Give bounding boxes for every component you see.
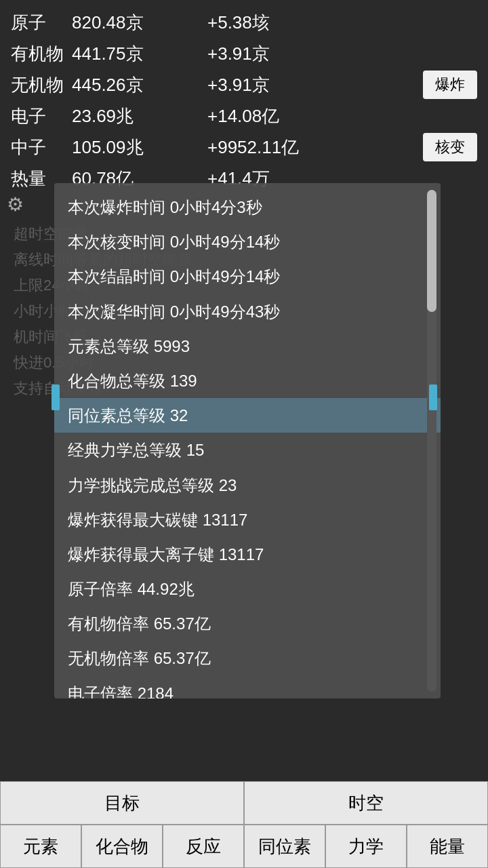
overlay-item-0: 本次爆炸时间 0小时4分3秒 xyxy=(54,190,441,224)
nav-row-1: 目标 时空 xyxy=(0,781,488,825)
gear-area: ⚙ xyxy=(7,193,24,216)
stats-overlay[interactable]: 本次爆炸时间 0小时4分3秒本次核变时间 0小时49分14秒本次结晶时间 0小时… xyxy=(54,183,441,698)
resource-row-organic: 有机物 441.75京 +3.91京 xyxy=(11,38,477,69)
resource-value-neutron: 105.09兆 xyxy=(72,136,207,159)
overlay-item-2: 本次结晶时间 0小时49分14秒 xyxy=(54,259,441,294)
resource-delta-inorganic: +3.91京 xyxy=(207,73,423,97)
overlay-item-11: 原子倍率 44.92兆 xyxy=(54,572,441,606)
resource-delta-organic: +3.91京 xyxy=(207,42,477,66)
resource-delta-electron: +14.08亿 xyxy=(207,104,477,128)
resource-name-organic: 有机物 xyxy=(11,42,72,66)
overlay-item-12: 有机物倍率 65.37亿 xyxy=(54,606,441,641)
resource-value-inorganic: 445.26京 xyxy=(72,73,207,97)
nav-btn-mechanics[interactable]: 力学 xyxy=(325,825,407,868)
overlay-item-3: 本次凝华时间 0小时49分43秒 xyxy=(54,294,441,329)
nav-btn-energy[interactable]: 能量 xyxy=(407,825,488,868)
selection-handle-right xyxy=(429,384,437,410)
resource-value-electron: 23.69兆 xyxy=(72,104,207,128)
scrollbar[interactable] xyxy=(427,190,436,692)
resource-row-neutron: 中子 105.09兆 +9952.11亿 核变 xyxy=(11,132,477,163)
selection-handle-left xyxy=(52,384,60,410)
overlay-item-7: 经典力学总等级 15 xyxy=(54,433,441,467)
resource-value-atom: 820.48京 xyxy=(72,11,207,35)
overlay-item-9: 爆炸获得最大碳键 13117 xyxy=(54,502,441,537)
overlay-item-8: 力学挑战完成总等级 23 xyxy=(54,468,441,502)
nav-btn-element[interactable]: 元素 xyxy=(0,825,81,868)
resource-name-electron: 电子 xyxy=(11,104,72,128)
explode-button[interactable]: 爆炸 xyxy=(423,71,477,99)
nuclear-button[interactable]: 核变 xyxy=(423,133,477,161)
overlay-item-14: 电子倍率 2184 xyxy=(54,676,441,698)
resource-row-electron: 电子 23.69兆 +14.08亿 xyxy=(11,100,477,132)
resource-name-inorganic: 无机物 xyxy=(11,73,72,97)
overlay-item-5: 化合物总等级 139 xyxy=(54,363,441,398)
resource-delta-atom: +5.38垓 xyxy=(207,11,477,35)
nav-btn-spacetime[interactable]: 时空 xyxy=(244,781,488,825)
resource-delta-neutron: +9952.11亿 xyxy=(207,136,423,159)
resource-value-organic: 441.75京 xyxy=(72,42,207,66)
overlay-item-4: 元素总等级 5993 xyxy=(54,329,441,363)
overlay-item-1: 本次核变时间 0小时49分14秒 xyxy=(54,224,441,259)
resource-name-atom: 原子 xyxy=(11,11,72,35)
resource-panel: 原子 820.48京 +5.38垓 有机物 441.75京 +3.91京 无机物… xyxy=(0,0,488,201)
bottom-navigation: 目标 时空 元素 化合物 反应 同位素 力学 能量 xyxy=(0,781,488,868)
overlay-item-10: 爆炸获得最大离子键 13117 xyxy=(54,537,441,572)
nav-row-2: 元素 化合物 反应 同位素 力学 能量 xyxy=(0,825,488,868)
resource-row-inorganic: 无机物 445.26京 +3.91京 爆炸 xyxy=(11,69,477,100)
gear-icon[interactable]: ⚙ xyxy=(7,194,24,215)
resource-row-atom: 原子 820.48京 +5.38垓 xyxy=(11,7,477,38)
nav-btn-reaction[interactable]: 反应 xyxy=(163,825,244,868)
resource-name-neutron: 中子 xyxy=(11,136,72,159)
nav-btn-target[interactable]: 目标 xyxy=(0,781,244,825)
overlay-item-6: 同位素总等级 32 xyxy=(54,398,441,433)
overlay-item-13: 无机物倍率 65.37亿 xyxy=(54,641,441,675)
nav-btn-compound[interactable]: 化合物 xyxy=(81,825,163,868)
nav-btn-isotope[interactable]: 同位素 xyxy=(244,825,325,868)
scrollbar-thumb[interactable] xyxy=(427,190,436,312)
